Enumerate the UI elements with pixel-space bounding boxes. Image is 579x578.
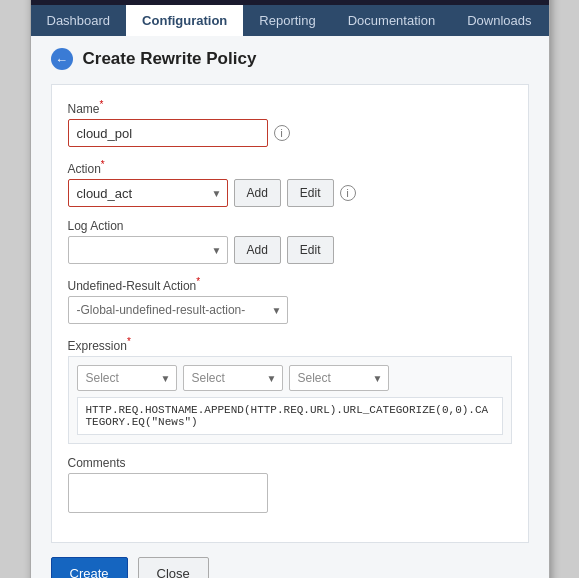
expression-container: Select ▼ Select ▼ Select [68,356,512,444]
log-action-input-row: ▼ Add Edit [68,236,512,264]
nav-item-reporting[interactable]: Reporting [243,5,331,36]
main-window: Citrix ADC VPX AZURE BYOL (5000) Dashboa… [30,0,550,578]
undefined-result-select-wrapper: -Global-undefined-result-action- ▼ [68,296,288,324]
log-action-select[interactable] [68,236,228,264]
name-label: Name* [68,99,512,116]
expr-select1[interactable]: Select [77,365,177,391]
expr-select2-wrapper: Select ▼ [183,365,283,391]
expr-select1-wrapper: Select ▼ [77,365,177,391]
name-info-icon[interactable]: i [274,125,290,141]
back-icon: ← [55,52,68,67]
action-select-wrapper: cloud_act ▼ [68,179,228,207]
log-action-add-button[interactable]: Add [234,236,281,264]
page-title: Create Rewrite Policy [83,49,257,69]
expr-select2[interactable]: Select [183,365,283,391]
nav-bar: Dashboard Configuration Reporting Docume… [31,5,549,36]
log-action-edit-button[interactable]: Edit [287,236,334,264]
page-header: ← Create Rewrite Policy [51,48,529,70]
log-action-label: Log Action [68,219,512,233]
name-input[interactable] [68,119,268,147]
nav-item-downloads[interactable]: Downloads [451,5,547,36]
action-label: Action* [68,159,512,176]
action-field-group: Action* cloud_act ▼ Add Edit i [68,159,512,207]
log-action-select-wrapper: ▼ [68,236,228,264]
form-section: Name* i Action* cloud_act ▼ [51,84,529,543]
name-input-row: i [68,119,512,147]
expr-select3[interactable]: Select [289,365,389,391]
log-action-field-group: Log Action ▼ Add Edit [68,219,512,264]
create-button[interactable]: Create [51,557,128,578]
action-info-icon[interactable]: i [340,185,356,201]
undefined-result-field-group: Undefined-Result Action* -Global-undefin… [68,276,512,324]
nav-item-documentation[interactable]: Documentation [332,5,451,36]
content-area: ← Create Rewrite Policy Name* i Action* [31,36,549,578]
footer-buttons: Create Close [51,557,529,578]
comments-field-group: Comments [68,456,512,516]
expression-text-area: HTTP.REQ.HOSTNAME.APPEND(HTTP.REQ.URL).U… [77,397,503,435]
back-button[interactable]: ← [51,48,73,70]
action-add-button[interactable]: Add [234,179,281,207]
expression-label: Expression* [68,336,512,353]
undefined-result-label: Undefined-Result Action* [68,276,512,293]
action-select[interactable]: cloud_act [68,179,228,207]
comments-input[interactable] [68,473,268,513]
expression-field-group: Expression* Select ▼ Select [68,336,512,444]
undefined-result-select[interactable]: -Global-undefined-result-action- [68,296,288,324]
nav-item-configuration[interactable]: Configuration [126,5,243,36]
name-field-group: Name* i [68,99,512,147]
undefined-result-row: -Global-undefined-result-action- ▼ [68,296,512,324]
action-input-row: cloud_act ▼ Add Edit i [68,179,512,207]
expression-selects-row: Select ▼ Select ▼ Select [77,365,503,391]
action-edit-button[interactable]: Edit [287,179,334,207]
nav-item-dashboard[interactable]: Dashboard [31,5,127,36]
close-button[interactable]: Close [138,557,209,578]
comments-label: Comments [68,456,512,470]
expr-select3-wrapper: Select ▼ [289,365,389,391]
